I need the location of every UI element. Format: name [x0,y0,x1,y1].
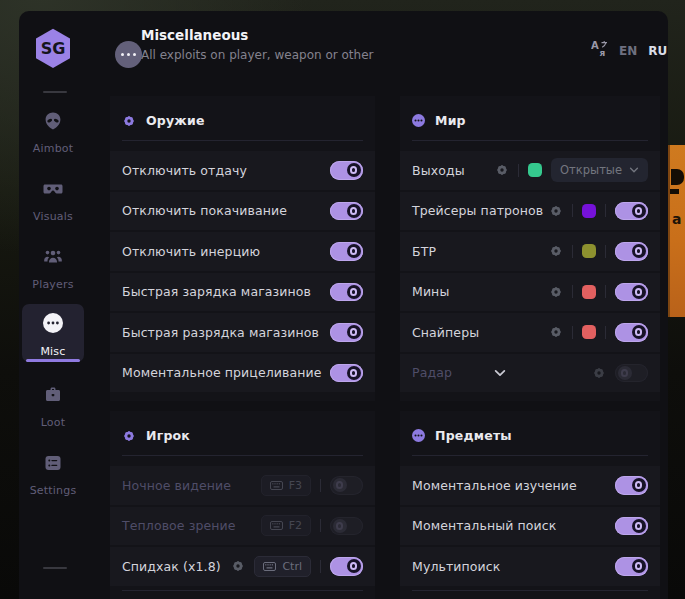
section-weapon: Оружие Отключить отдачу Отключить покачи… [110,96,375,401]
sidebar-item-visuals[interactable]: Visuals [22,171,84,223]
hotkey-badge[interactable]: F2 [261,515,311,536]
lang-en-button[interactable]: EN [619,44,637,58]
color-swatch[interactable] [582,325,596,339]
toggle-on[interactable] [615,323,648,342]
setting-label: Быстрая зарядка магазинов [122,284,311,299]
setting-row: Мины [400,273,660,312]
app-logo: SG [35,28,71,72]
translate-icon[interactable]: A я [591,40,608,61]
sidebar-item-loot[interactable]: Loot [22,377,84,429]
toggle-off[interactable] [330,517,363,536]
page-title: Miscellaneous [141,27,248,43]
gear-icon[interactable] [549,244,563,258]
toggle-on[interactable] [615,476,648,495]
chevron-down-icon [629,167,639,173]
game-orange-sign: a [668,145,685,317]
setting-row-radar: Радар [400,354,660,393]
keyboard-icon [270,521,283,530]
section-player: Игрок Ночное видение F3 [110,411,375,599]
sidebar-item-label: Settings [22,484,84,497]
sidebar-divider [43,567,67,569]
section-title: Игрок [146,428,190,443]
hotkey-badge[interactable]: Ctrl [254,556,311,577]
section-world: Мир Выходы Открытые [400,96,660,401]
vr-goggles-icon [43,179,63,199]
hotkey-label: F2 [289,519,302,532]
sidebar-item-label: Aimbot [22,142,84,155]
chevron-down-icon[interactable] [494,369,506,377]
hotkey-label: F3 [289,479,302,492]
alien-icon [43,111,63,131]
page-subtitle: All exploits on player, weapon or other [141,48,373,62]
keyboard-icon [270,481,283,490]
sidebar-item-label: Visuals [22,210,84,223]
setting-label: БТР [412,244,436,259]
setting-label: Тепловое зрение [122,518,236,533]
setting-row: Моментальное прицеливание [110,354,375,393]
sidebar-item-misc[interactable]: Misc [22,304,84,362]
divider [572,326,573,339]
sidebar-divider [43,91,67,93]
gear-icon[interactable] [231,559,245,573]
briefcase-icon [43,385,63,405]
section-title: Оружие [146,113,205,128]
toggle-on[interactable] [330,323,363,342]
toggle-on[interactable] [615,202,648,221]
sign-mark [670,189,679,194]
color-swatch[interactable] [582,244,596,258]
gear-icon[interactable] [592,366,606,380]
sidebar-item-label: Misc [22,345,84,358]
toggle-on[interactable] [330,364,363,383]
section-title: Мир [435,113,466,128]
sign-letter: a [672,211,681,227]
sidebar-item-aimbot[interactable]: Aimbot [22,103,84,155]
color-swatch[interactable] [582,204,596,218]
setting-row: Быстрая зарядка магазинов [110,273,375,312]
exits-dropdown[interactable]: Открытые [551,158,648,182]
setting-row: Отключить отдачу [110,151,375,190]
hotkey-label: Ctrl [282,560,302,573]
language-switcher: A я EN RU [591,40,667,61]
toggle-on[interactable] [615,242,648,261]
divider [320,519,321,532]
divider [605,204,606,217]
toggle-on[interactable] [330,242,363,261]
toggle-off[interactable] [615,364,648,383]
toggle-off[interactable] [330,476,363,495]
lang-ru-button[interactable]: RU [648,44,667,58]
setting-label: Трейсеры патронов [412,203,543,218]
toggle-on[interactable] [330,202,363,221]
section-header: Предметы [400,411,660,456]
gear-icon[interactable] [549,325,563,339]
toggle-on[interactable] [615,557,648,576]
toggle-on[interactable] [615,517,648,536]
section-header: Оружие [110,96,375,141]
setting-label: Отключить инерцию [122,244,260,259]
setting-label: Отключить отдачу [122,163,247,178]
setting-row: Моментальный поиск [400,507,660,546]
toggle-on[interactable] [330,557,363,576]
sidebar-item-settings[interactable]: Settings [22,445,84,497]
gear-icon[interactable] [549,285,563,299]
gear-icon[interactable] [549,204,563,218]
setting-label: Мины [412,284,449,299]
hotkey-badge[interactable]: F3 [261,475,311,496]
setting-label: Мультипоиск [412,559,500,574]
color-swatch[interactable] [528,163,542,177]
toggle-on[interactable] [615,283,648,302]
setting-label: Моментальное прицеливание [122,365,322,380]
setting-row: Быстрая разрядка магазинов [110,313,375,352]
keyboard-icon [263,562,276,571]
sidebar-item-label: Loot [22,416,84,429]
toggle-on[interactable] [330,161,363,180]
setting-label: Радар [412,365,452,380]
page-icon-ellipsis [115,41,142,68]
sidebar-item-players[interactable]: Players [22,239,84,291]
setting-row: Отключить покачивание [110,192,375,231]
divider [122,140,363,141]
gear-icon[interactable] [495,163,509,177]
toggle-on[interactable] [330,283,363,302]
setting-label: Выходы [412,163,465,178]
color-swatch[interactable] [582,285,596,299]
divider [572,204,573,217]
